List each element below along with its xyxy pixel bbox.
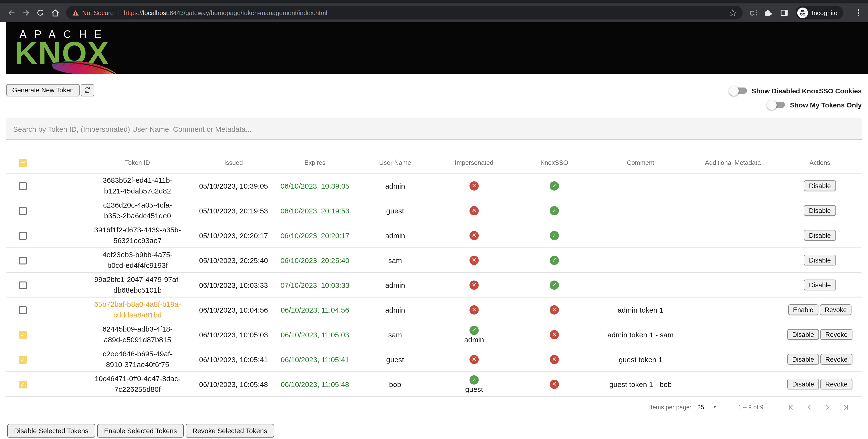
last-page-icon[interactable] [839, 401, 853, 414]
cross-icon: ✕ [550, 330, 559, 339]
check-icon: ✓ [550, 181, 559, 191]
revoke-button[interactable]: Revoke [820, 329, 852, 340]
incognito-badge: Incognito [796, 6, 843, 20]
comment: guest token 1 - bob [594, 380, 687, 388]
items-per-page-select[interactable]: 25 ▼ [696, 402, 721, 413]
issued-date: 06/10/2023, 10:04:56 [193, 305, 274, 314]
user-name: sam [356, 256, 434, 264]
expires-date: 06/10/2023, 11:05:03 [274, 330, 356, 339]
side-panel-icon[interactable] [780, 8, 789, 17]
extension-c-icon[interactable]: C [749, 8, 757, 17]
row-checkbox[interactable] [19, 232, 27, 240]
show-my-tokens-toggle[interactable] [769, 101, 785, 108]
col-header-actions: Actions [779, 159, 861, 166]
back-icon[interactable] [5, 6, 18, 19]
token-id: c2ee4646-b695-49af-8910-371ae40f6f75 [53, 349, 193, 370]
select-all-checkbox[interactable] [19, 159, 27, 167]
check-icon: ✓ [469, 375, 479, 384]
col-header-issued: Issued [193, 159, 274, 166]
user-name: bob [356, 380, 434, 388]
check-icon: ✓ [469, 325, 479, 335]
user-name: guest [356, 355, 434, 363]
extension-icons: C Incognito [749, 6, 861, 20]
bookmark-star-icon[interactable] [728, 8, 737, 17]
disable-selected-tokens-button[interactable]: Disable Selected Tokens [7, 424, 95, 438]
issued-date: 06/10/2023, 10:05:48 [193, 380, 274, 388]
disable-button[interactable]: Disable [804, 255, 836, 265]
table-row: 65b72baf-b8a0-4a8f-b19a-cdddea8a81bd 06/… [6, 297, 862, 322]
knox-header: APACHE KNOX [6, 22, 868, 74]
cross-icon: ✕ [469, 181, 479, 191]
row-checkbox[interactable] [19, 282, 27, 289]
disable-button[interactable]: Disable [804, 280, 836, 290]
table-row: ✓ 62445b09-adb3-4f18-a89d-e5091d87b815 0… [6, 322, 862, 347]
items-per-page-label: Items per page: [649, 404, 691, 411]
comment: admin token 1 [594, 305, 687, 314]
disable-button[interactable]: Disable [804, 230, 836, 241]
issued-date: 05/10/2023, 20:25:40 [193, 256, 274, 264]
not-secure-label: Not Secure [82, 9, 114, 16]
cross-icon: ✕ [469, 305, 479, 315]
issued-date: 05/10/2023, 20:19:53 [193, 206, 274, 215]
cross-icon: ✕ [469, 281, 479, 290]
revoke-button[interactable]: Revoke [820, 379, 852, 389]
token-id: 62445b09-adb3-4f18-a89d-e5091d87b815 [53, 324, 193, 345]
cross-icon: ✕ [550, 305, 559, 315]
row-checkbox[interactable] [19, 257, 27, 264]
row-checkbox[interactable]: ✓ [19, 331, 27, 339]
disable-button[interactable]: Disable [787, 354, 819, 364]
revoke-button[interactable]: Revoke [820, 354, 852, 364]
forward-icon[interactable] [20, 6, 32, 19]
extensions-puzzle-icon[interactable] [764, 8, 773, 17]
disable-button[interactable]: Disable [787, 379, 819, 389]
row-checkbox[interactable] [19, 306, 27, 314]
url-text: https://localhost:8443/gateway/homepage/… [124, 9, 327, 16]
cross-icon: ✕ [469, 231, 479, 240]
user-name: admin [356, 182, 434, 190]
search-input[interactable] [6, 118, 862, 140]
expires-date: 07/10/2023, 10:03:33 [274, 281, 356, 289]
address-divider [119, 9, 119, 16]
revoke-selected-tokens-button[interactable]: Revoke Selected Tokens [186, 424, 274, 438]
user-name: admin [356, 281, 434, 289]
enable-selected-tokens-button[interactable]: Enable Selected Tokens [97, 424, 184, 438]
first-page-icon[interactable] [784, 401, 798, 414]
issued-date: 05/10/2023, 20:20:17 [193, 231, 274, 239]
comment: admin token 1 - sam [594, 330, 687, 339]
browser-menu-icon[interactable] [856, 7, 861, 18]
enable-button[interactable]: Enable [788, 304, 818, 315]
table-row: 3683b52f-ed41-411b-b121-45dab57c2d82 05/… [6, 174, 862, 198]
next-page-icon[interactable] [821, 401, 834, 414]
previous-page-icon[interactable] [802, 401, 816, 414]
token-id: 3916f1f2-d673-4439-a35b-56321ec93ae7 [53, 225, 193, 246]
table-row: ✓ 10c46471-0ff0-4e47-8dac-7c226255d80f 0… [6, 372, 862, 397]
home-icon[interactable] [49, 6, 61, 19]
refresh-button[interactable] [81, 84, 94, 96]
reload-icon[interactable] [34, 6, 46, 19]
row-checkbox[interactable]: ✓ [19, 381, 27, 388]
check-icon: ✓ [550, 256, 559, 265]
expires-date: 06/10/2023, 11:05:48 [274, 380, 356, 388]
row-checkbox[interactable]: ✓ [19, 356, 27, 364]
url-path: :8443/gateway/homepage/token-management/… [168, 9, 327, 16]
check-icon: ✓ [550, 231, 559, 240]
not-secure-warning-icon [72, 9, 79, 16]
issued-date: 05/10/2023, 10:39:05 [193, 182, 274, 190]
disable-button[interactable]: Disable [804, 205, 836, 216]
address-bar[interactable]: Not Secure https://localhost:8443/gatewa… [66, 6, 743, 20]
expires-date: 06/10/2023, 11:04:56 [274, 305, 356, 314]
user-name: guest [356, 206, 434, 215]
table-row: 99a2bfc1-2047-4479-97af-db68ebc5101b 06/… [6, 273, 862, 297]
col-header-user-name: User Name [356, 159, 434, 166]
generate-new-token-button[interactable]: Generate New Token [6, 84, 80, 96]
impersonated-user: guest [465, 385, 483, 393]
expires-date: 06/10/2023, 11:05:41 [274, 355, 356, 363]
disable-button[interactable]: Disable [804, 180, 836, 191]
revoke-button[interactable]: Revoke [819, 304, 852, 315]
token-id: 3683b52f-ed41-411b-b121-45dab57c2d82 [53, 175, 193, 197]
disable-button[interactable]: Disable [787, 329, 819, 340]
show-disabled-knoxsso-toggle[interactable] [731, 88, 747, 94]
token-id: 99a2bfc1-2047-4479-97af-db68ebc5101b [53, 274, 193, 296]
row-checkbox[interactable] [19, 182, 27, 190]
row-checkbox[interactable] [19, 207, 27, 215]
